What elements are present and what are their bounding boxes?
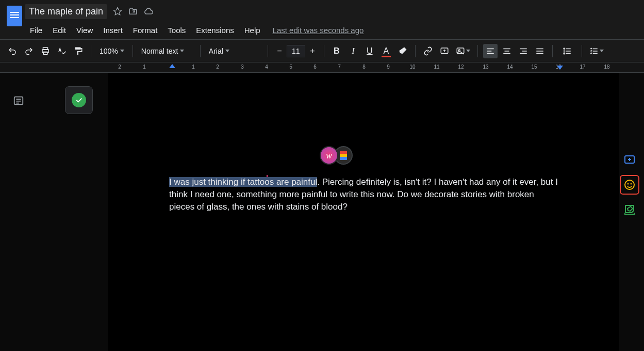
text-color-button[interactable]: A [379, 44, 393, 58]
last-edit-link[interactable]: Last edit was seconds ago [273, 26, 364, 35]
svg-point-11 [631, 184, 632, 184]
paragraph-style-dropdown[interactable]: Normal text [138, 47, 195, 55]
header: The maple of pain File Edit View Insert … [0, 0, 644, 40]
svg-point-9 [625, 180, 634, 189]
align-center-button[interactable] [500, 44, 514, 58]
separator [552, 45, 553, 57]
menu-help[interactable]: Help [239, 24, 266, 37]
ruler-inner: 2 1 1 2 3 4 5 6 7 8 9 10 11 12 13 14 15 … [108, 62, 619, 73]
ruler-number: 4 [265, 64, 268, 70]
highlight-color-button[interactable] [395, 44, 410, 58]
font-size-group: − + [273, 45, 319, 57]
ruler-number: 8 [362, 64, 366, 70]
title-area: The maple of pain File Edit View Insert … [25, 0, 364, 39]
document-page[interactable]: w I was just thinking if tattoos are pai… [108, 73, 619, 351]
menu-view[interactable]: View [71, 24, 98, 37]
menu-edit[interactable]: Edit [47, 24, 71, 37]
ruler-number: 11 [434, 64, 439, 70]
insert-link-button[interactable] [421, 44, 435, 58]
ruler-number: 2 [118, 64, 121, 70]
svg-marker-0 [114, 8, 122, 15]
menu-file[interactable]: File [25, 24, 47, 37]
separator [415, 45, 416, 57]
separator [200, 45, 201, 57]
toolbar: 100% Normal text Arial − + B I U A [0, 40, 644, 62]
outline-toggle-button[interactable] [11, 93, 26, 108]
decrease-font-size-button[interactable]: − [273, 45, 286, 57]
suggest-edits-button[interactable] [620, 200, 639, 219]
avatar-icon [340, 151, 347, 160]
cloud-status-icon[interactable] [143, 6, 154, 17]
menu-extensions[interactable]: Extensions [191, 24, 239, 37]
ruler-number: 1 [192, 64, 195, 70]
paint-format-button[interactable] [71, 44, 86, 58]
docs-logo[interactable] [4, 2, 25, 30]
ruler-number: 12 [458, 64, 464, 70]
redo-button[interactable] [22, 44, 36, 58]
align-left-button[interactable] [483, 44, 498, 58]
ruler-number: 18 [604, 64, 609, 70]
italic-button[interactable]: I [346, 44, 360, 58]
ruler-number: 2 [216, 64, 219, 70]
side-action-panel [618, 150, 641, 219]
line-spacing-button[interactable] [558, 44, 576, 58]
grammar-check-badge[interactable] [65, 86, 93, 114]
indent-marker-left[interactable] [169, 64, 175, 68]
align-justify-button[interactable] [533, 44, 547, 58]
ruler-number: 1 [143, 64, 146, 70]
chevron-down-icon [600, 50, 604, 52]
ruler-number: 5 [289, 64, 292, 70]
chevron-down-icon [466, 50, 470, 52]
svg-point-10 [628, 184, 629, 184]
indent-marker-right[interactable] [557, 66, 563, 70]
ruler-number: 15 [531, 64, 537, 70]
font-value: Arial [209, 47, 223, 55]
check-icon [72, 93, 86, 107]
selected-text[interactable]: I was just thinking if tattoos are painf… [169, 177, 317, 187]
ruler-number: 13 [483, 64, 488, 70]
zoom-dropdown[interactable]: 100% [96, 47, 127, 55]
font-dropdown[interactable]: Arial [206, 47, 262, 55]
ruler[interactable]: 2 1 1 2 3 4 5 6 7 8 9 10 11 12 13 14 15 … [0, 62, 644, 73]
menu-tools[interactable]: Tools [162, 24, 191, 37]
print-button[interactable] [38, 44, 53, 58]
document-body[interactable]: I was just thinking if tattoos are painf… [169, 176, 561, 213]
chevron-down-icon [180, 50, 184, 52]
collaborator-avatar-1[interactable]: w [320, 146, 338, 165]
ruler-number: 17 [580, 64, 585, 70]
add-comment-button[interactable] [437, 44, 452, 58]
undo-button[interactable] [5, 44, 20, 58]
left-gutter [0, 73, 31, 351]
star-icon[interactable] [112, 6, 123, 17]
separator [133, 45, 133, 57]
separator [582, 45, 582, 57]
separator [91, 45, 91, 57]
style-value: Normal text [141, 47, 178, 55]
collaborator-cursors: w [320, 146, 353, 165]
bold-button[interactable]: B [329, 44, 344, 58]
font-size-input[interactable] [287, 45, 305, 57]
add-comment-side-button[interactable] [620, 150, 639, 170]
separator [324, 45, 324, 57]
underline-button[interactable]: U [362, 44, 377, 58]
spellcheck-button[interactable] [55, 44, 69, 58]
ruler-number: 10 [409, 64, 415, 70]
increase-font-size-button[interactable]: + [306, 45, 319, 57]
title-row: The maple of pain [25, 2, 364, 21]
chevron-down-icon [120, 50, 124, 52]
move-icon[interactable] [128, 6, 138, 17]
menu-format[interactable]: Format [128, 24, 163, 37]
insert-image-button[interactable] [454, 44, 472, 58]
workspace: w I was just thinking if tattoos are pai… [0, 73, 644, 351]
chevron-down-icon [225, 50, 229, 52]
checklist-button[interactable] [587, 44, 606, 58]
ruler-number: 14 [507, 64, 513, 70]
ruler-number: 9 [387, 64, 390, 70]
add-emoji-reaction-button[interactable] [620, 175, 639, 195]
ruler-number: 7 [338, 64, 341, 70]
zoom-value: 100% [100, 47, 118, 55]
menu-insert[interactable]: Insert [98, 24, 128, 37]
align-right-button[interactable] [516, 44, 531, 58]
avatar-initial: w [326, 150, 332, 161]
document-title[interactable]: The maple of pain [25, 4, 107, 19]
